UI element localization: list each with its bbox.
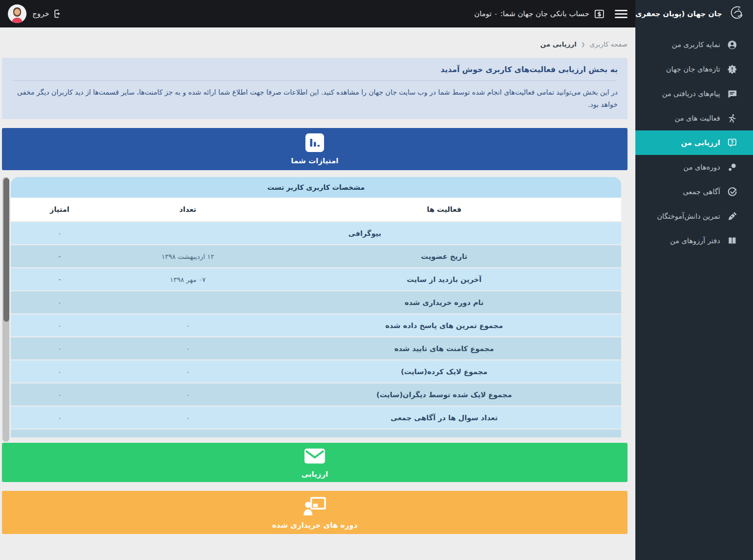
table-header-row: فعالیت ها تعداد امتیاز <box>11 198 621 221</box>
table-row: مجموع تمرین های پاسخ داده شده ۰ ۰ <box>11 314 621 336</box>
svg-text:?: ? <box>730 139 733 145</box>
brand-logo-icon <box>727 4 746 24</box>
evaluation-button[interactable]: ارزیابی <box>2 443 628 482</box>
avatar[interactable] <box>8 4 26 23</box>
topbar: $ حساب بانکی جان جهان شما: ۰ تومان خروج <box>0 0 635 27</box>
breadcrumb-parent-link[interactable]: صفحه کاربری <box>590 40 628 48</box>
activity-cell: مجموع تمرین های پاسخ داده شده <box>267 322 621 330</box>
your-scores-button[interactable]: امتیازات شما <box>2 128 628 170</box>
person-screen-icon <box>302 496 327 516</box>
brand[interactable]: جان جهان (پویان جعفری) <box>635 0 753 27</box>
activity-table-container: مشخصات کاربری کاربر تست فعالیت ها تعداد … <box>2 177 628 442</box>
purchased-courses-button[interactable]: دوره های خریداری شده <box>2 491 628 534</box>
chevron-left-icon: ❮ <box>581 42 585 47</box>
table-row: مجموع کامنت های تایید شده ۰ ۰ <box>11 337 621 359</box>
count-cell: ۰ <box>108 322 267 330</box>
brand-name: جان جهان (پویان جعفری) <box>632 10 722 18</box>
bar-chart-icon <box>305 133 324 152</box>
logout-label: خروج <box>32 9 49 18</box>
activity-table: مشخصات کاربری کاربر تست فعالیت ها تعداد … <box>11 177 621 437</box>
purchased-courses-label: دوره های خریداری شده <box>272 521 357 530</box>
activity-cell: تعداد سوال ها در آگاهی جمعی <box>267 414 621 422</box>
welcome-panel: به بخش ارزیابی فعالیت‌های کاربری خوش آمد… <box>2 58 628 119</box>
activity-cell: بیوگرافی <box>108 229 621 237</box>
sidebar-item-my-activities[interactable]: فعالیت های من <box>635 106 753 130</box>
activity-cell: مجموع لایک کرده(سایت) <box>267 368 621 376</box>
activity-cell: مجموع لایک شده توسط دیگران(سایت) <box>267 391 621 399</box>
sidebar-item-my-messages[interactable]: پیام‌های دریافتی من <box>635 81 753 106</box>
check-circle-icon <box>727 186 737 197</box>
badge-icon <box>727 64 737 75</box>
table-scrollbar-track[interactable] <box>2 177 9 442</box>
money-icon: $ <box>594 8 605 20</box>
sidebar-item-my-profile[interactable]: نمایه کاربری من <box>635 32 753 57</box>
count-cell: ۰ <box>108 414 267 422</box>
activity-cell: تاریخ عضویت <box>267 253 621 260</box>
table-body: بیوگرافی ۰ تاریخ عضویت ۱۲ اردیبهشت ۱۳۹۸ … <box>11 222 621 429</box>
sidebar-item-collective-awareness[interactable]: آگاهی جمعی <box>635 179 753 204</box>
sidebar-item-jan-jahan-news[interactable]: تازه‌های جان جهان <box>635 57 753 81</box>
table-row: تعداد سوال ها در آگاهی جمعی ۰ ۰ <box>11 407 621 429</box>
score-cell: ۰ <box>11 229 108 237</box>
sidebar: جان جهان (پویان جعفری) نمایه کاربری من ت… <box>635 0 753 560</box>
score-cell: ۰ <box>11 368 108 376</box>
envelope-icon <box>303 447 326 465</box>
topbar-right-group: $ حساب بانکی جان جهان شما: ۰ تومان <box>474 8 628 20</box>
menu-toggle-button[interactable] <box>615 10 628 18</box>
count-cell: ۰۷ مهر ۱۳۹۸ <box>108 276 267 283</box>
score-cell: - <box>11 276 108 283</box>
welcome-title: به بخش ارزیابی فعالیت‌های کاربری خوش آمد… <box>12 65 618 74</box>
topbar-left-group: خروج <box>8 4 63 23</box>
bank-balance-label: حساب بانکی جان جهان شما: ۰ تومان <box>474 9 589 18</box>
welcome-body: در این بخش می‌توانید تمامی فعالیت‌های ان… <box>12 86 618 111</box>
sidebar-item-alumni-practice[interactable]: تمرین دانش‌آموختگان <box>635 204 753 229</box>
sidebar-item-my-wishbook[interactable]: دفتر آرزوهای من <box>635 229 753 253</box>
svg-text:$: $ <box>597 11 601 18</box>
score-cell: ۰ <box>11 322 108 330</box>
running-icon <box>727 113 737 124</box>
book-icon <box>727 235 737 246</box>
activity-cell: مجموع کامنت های تایید شده <box>267 345 621 353</box>
main-area: $ حساب بانکی جان جهان شما: ۰ تومان خروج <box>0 0 635 560</box>
question-bubble-icon: ? <box>727 137 737 148</box>
activity-cell: آخرین بازدید از سایت <box>267 276 621 283</box>
welcome-divider <box>13 80 617 81</box>
score-cell: - <box>11 253 108 260</box>
table-row: تاریخ عضویت ۱۲ اردیبهشت ۱۳۹۸ - <box>11 245 621 267</box>
dots-icon <box>727 162 737 173</box>
table-row: بیوگرافی ۰ <box>11 222 621 244</box>
evaluation-label: ارزیابی <box>301 470 328 479</box>
activity-cell: نام دوره خریداری شده <box>267 299 621 306</box>
count-cell: ۰ <box>108 368 267 376</box>
sidebar-nav: نمایه کاربری من تازه‌های جان جهان پیام‌ه… <box>635 27 753 253</box>
count-cell: ۰ <box>108 391 267 399</box>
count-cell: ۱۲ اردیبهشت ۱۳۹۸ <box>108 253 267 260</box>
user-circle-icon <box>727 39 737 50</box>
count-cell: ۰ <box>108 345 267 353</box>
column-header-score: امتیاز <box>11 205 108 213</box>
table-row: مجموع لایک شده توسط دیگران(سایت) ۰ ۰ <box>11 383 621 406</box>
score-cell: ۰ <box>11 414 108 422</box>
your-scores-label: امتیازات شما <box>291 156 339 165</box>
content: صفحه کاربری ❮ ارزیابی من به بخش ارزیابی … <box>0 27 635 560</box>
table-row: نام دوره خریداری شده ۰ <box>11 291 621 313</box>
logout-icon <box>52 8 63 19</box>
column-header-count: تعداد <box>108 205 267 213</box>
table-title: مشخصات کاربری کاربر تست <box>11 177 621 198</box>
logout-button[interactable]: خروج <box>32 8 63 19</box>
column-header-activity: فعالیت ها <box>267 205 621 213</box>
sidebar-item-my-courses[interactable]: دوره‌های من <box>635 155 753 179</box>
pen-icon <box>727 211 737 222</box>
message-icon <box>727 88 737 99</box>
sidebar-item-my-evaluation[interactable]: ? ارزیابی من <box>635 130 753 155</box>
breadcrumb: صفحه کاربری ❮ ارزیابی من <box>2 27 628 58</box>
table-scrollbar-thumb[interactable] <box>3 178 9 322</box>
table-row: آخرین بازدید از سایت ۰۷ مهر ۱۳۹۸ - <box>11 268 621 290</box>
bank-balance-badge: $ حساب بانکی جان جهان شما: ۰ تومان <box>474 8 605 20</box>
app-root: جان جهان (پویان جعفری) نمایه کاربری من ت… <box>0 0 753 560</box>
table-row-partial <box>11 430 621 437</box>
table-row: مجموع لایک کرده(سایت) ۰ ۰ <box>11 360 621 382</box>
score-cell: ۰ <box>11 391 108 399</box>
breadcrumb-current: ارزیابی من <box>540 40 577 48</box>
score-cell: ۰ <box>11 299 108 306</box>
